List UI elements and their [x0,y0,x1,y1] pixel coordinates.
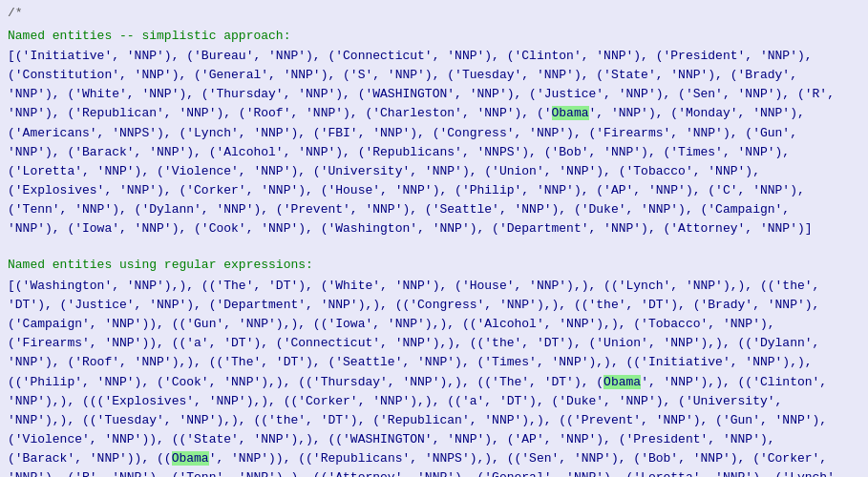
section2: Named entities using regular expressions… [8,252,860,477]
s1-line1: [('Initiative', 'NNP'), ('Bureau', 'NNP'… [8,49,813,63]
section1-content: [('Initiative', 'NNP'), ('Bureau', 'NNP'… [8,47,860,238]
obama-highlight-2: Obama [603,375,641,389]
s1-line8: ('Explosives', 'NNP'), ('Corker', 'NNP')… [8,183,805,197]
top-comment: /* [8,4,860,23]
s2-line5: 'NNP'), ('Roof', 'NNP'),), (('The', 'DT'… [8,355,813,369]
s1-line9: ('Tenn', 'NNP'), ('Dylann', 'NNP'), ('Pr… [8,202,790,217]
section1: Named entities -- simplistic approach: [… [8,23,860,243]
s1-line10: 'NNP'), ('Iowa', 'NNP'), ('Cook', 'NNP')… [8,221,813,236]
s2-line1: [('Washington', 'NNP'),), (('The', 'DT')… [8,279,819,293]
s2-line8: 'NNP'),), (('Tuesday', 'NNP'),), (('the'… [8,413,827,427]
section2-header: Named entities using regular expressions… [8,256,860,275]
obama-highlight-1: Obama [552,106,589,120]
s2-line3: ('Campaign', 'NNP')), (('Gun', 'NNP'),),… [8,317,775,331]
s2-line11: 'NNP'), ('R', 'NNP'), ('Tenn', 'NNP'),),… [8,470,842,477]
s1-line6: 'NNP'), ('Barack', 'NNP'), ('Alcohol', '… [8,145,790,159]
s1-line5: ('Americans', 'NNPS'), ('Lynch', 'NNP'),… [8,126,797,140]
s1-line7: ('Loretta', 'NNP'), ('Violence', 'NNP'),… [8,164,760,178]
s2-line4: ('Firearms', 'NNP')), (('a', 'DT'), ('Co… [8,336,819,350]
s2-line6: (('Philip', 'NNP'), ('Cook', 'NNP'),), (… [8,375,827,389]
main-container: /* Named entities -- simplistic approach… [0,0,868,477]
section1-header: Named entities -- simplistic approach: [8,27,860,46]
s1-line4: 'NNP'), ('Republican', 'NNP'), ('Roof', … [8,106,805,120]
section2-content: [('Washington', 'NNP'),), (('The', 'DT')… [8,277,860,477]
s2-line2: 'DT'), ('Justice', 'NNP'), ('Department'… [8,298,819,312]
s2-line7: 'NNP'),), ((('Explosives', 'NNP'),), (('… [8,394,782,408]
obama-highlight-3: Obama [172,451,209,466]
s1-line3: 'NNP'), ('White', 'NNP'), ('Thursday', '… [8,87,835,101]
s1-line2: ('Constitution', 'NNP'), ('General', 'NN… [8,68,797,82]
separator [8,242,860,252]
s2-line9: ('Violence', 'NNP')), (('State', 'NNP'),… [8,432,775,446]
s2-line10: ('Barack', 'NNP')), ((Obama', 'NNP')), (… [8,451,827,466]
